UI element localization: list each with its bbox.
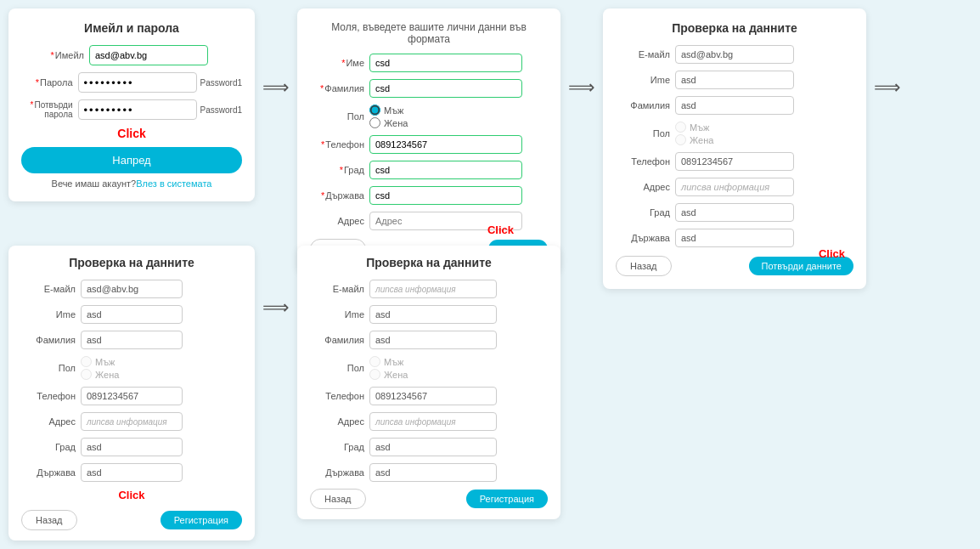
arrow-2: ⟹ — [560, 76, 603, 99]
rbm-city-label: Град — [310, 442, 369, 452]
rbm-lastname-label: Фамилия — [310, 335, 369, 345]
address-label: Адрес — [310, 216, 369, 226]
rbm-country-label: Държава — [310, 467, 369, 478]
bottom-row: Проверка на данните E-майл asd@abv.bg Иm… — [8, 246, 560, 541]
password-hint: Password1 — [200, 78, 242, 88]
rbl-city-value: asd — [81, 438, 183, 456]
gender-male-option[interactable]: Мъж — [369, 105, 408, 116]
rbl-gender-group: Мъж Жена — [81, 356, 119, 380]
rbl-gender-label: Пол — [21, 363, 81, 373]
name-label: *Име — [310, 58, 369, 68]
arrow-bottom: ⟹ — [255, 297, 297, 319]
rev-name-value: asd — [675, 71, 794, 89]
rbl-lastname-value: asd — [81, 331, 183, 349]
phone-input[interactable] — [369, 135, 522, 154]
confirm-label: *Потвърди парола — [21, 100, 78, 119]
review-bm-back-button[interactable]: Назад — [310, 489, 366, 509]
rev-gender-group: Мъж Жена — [675, 122, 713, 145]
rev-phone-value: 0891234567 — [675, 152, 794, 171]
review-bl-title: Проверка на данните — [21, 256, 242, 269]
register-button-middle[interactable]: Регистрация — [466, 490, 548, 508]
login-title: Имейл и парола — [21, 21, 242, 35]
rbm-city-value: asd — [369, 438, 497, 456]
review-top-click-label: Click — [819, 247, 845, 260]
login-panel: Имейл и парола *Имейл *Парола Password1 … — [8, 8, 255, 201]
confirm-input[interactable] — [78, 99, 197, 120]
rbl-name-value: asd — [81, 305, 183, 324]
login-link[interactable]: Влез в системата — [136, 178, 211, 189]
rev-country-label: Държава — [616, 233, 675, 243]
review-bl-click-label: Click — [21, 489, 242, 501]
review-bottom-left-panel: Проверка на данните E-майл asd@abv.bg Иm… — [8, 246, 255, 541]
already-text: Вече имаш акаунт? — [52, 178, 137, 189]
rbl-phone-value: 0891234567 — [81, 387, 183, 405]
rev-email-value: asd@abv.bg — [675, 45, 794, 64]
review-bl-back-button[interactable]: Назад — [21, 510, 77, 530]
country-label: *Държава — [310, 190, 369, 201]
rbm-email-value: липсва информация — [369, 280, 497, 298]
rev-lastname-label: Фамилия — [616, 100, 675, 110]
arrow-3: ⟹ — [866, 76, 909, 99]
rbl-address-label: Адрес — [21, 416, 81, 427]
rbm-email-label: E-майл — [310, 284, 369, 294]
rbl-address-value: липсва информация — [81, 412, 183, 431]
rbm-phone-label: Телефон — [310, 391, 369, 401]
city-input[interactable] — [369, 161, 522, 179]
name-input[interactable] — [369, 54, 522, 72]
password-input[interactable] — [78, 72, 197, 93]
rev-city-value: asd — [675, 203, 794, 222]
personal-title: Моля, въведете вашите лични данни във фо… — [310, 21, 548, 45]
gender-female-option[interactable]: Жена — [369, 117, 408, 128]
rev-email-label: E-майл — [616, 49, 675, 59]
review-top-back-button[interactable]: Назад — [616, 256, 672, 276]
rev-lastname-value: asd — [675, 96, 794, 115]
rbm-gender-label: Пол — [310, 363, 369, 373]
rev-address-value: липсва информация — [675, 178, 794, 196]
gender-group: Мъж Жена — [369, 105, 408, 128]
review-bottom-middle-panel: Проверка на данните E-майл липсва информ… — [297, 246, 560, 519]
gender-label: Пол — [310, 111, 369, 122]
rev-phone-label: Телефон — [616, 156, 675, 167]
email-label: *Имейл — [21, 50, 89, 60]
rev-city-label: Град — [616, 207, 675, 218]
confirm-hint: Password1 — [200, 105, 242, 115]
rbm-country-value: asd — [369, 463, 497, 482]
rbl-country-label: Държава — [21, 467, 81, 478]
rev-name-label: Иmе — [616, 75, 675, 85]
rev-country-value: asd — [675, 229, 794, 247]
login-click-label: Click — [21, 127, 242, 140]
review-top-title: Проверка на данните — [616, 21, 853, 35]
register-button-left[interactable]: Регистрация — [161, 511, 242, 529]
rbm-name-label: Иmе — [310, 309, 369, 320]
rbm-gender-female: Жена — [369, 369, 408, 380]
rev-gender-male: Мъж — [675, 122, 713, 133]
city-label: *Град — [310, 165, 369, 175]
rbl-name-label: Иmе — [21, 309, 81, 320]
email-input[interactable] — [89, 45, 208, 65]
lastname-input[interactable] — [369, 79, 522, 98]
rbm-phone-value: 0891234567 — [369, 387, 497, 405]
rbl-city-label: Град — [21, 442, 81, 452]
rbl-gender-female: Жена — [81, 369, 119, 380]
rev-gender-label: Пол — [616, 128, 675, 139]
rbm-address-label: Адрес — [310, 416, 369, 427]
rbl-country-value: asd — [81, 463, 183, 482]
rbm-gender-male: Мъж — [369, 356, 408, 367]
lastname-label: *Фамилия — [310, 83, 369, 93]
country-input[interactable] — [369, 186, 522, 205]
phone-label: *Телефон — [310, 139, 369, 150]
rev-address-label: Адрес — [616, 182, 675, 192]
personal-panel: Моля, въведете вашите лични данни във фо… — [297, 8, 560, 272]
rev-gender-female: Жена — [675, 134, 713, 145]
rbm-address-value: липсва информация — [369, 412, 497, 431]
rbl-lastname-label: Фамилия — [21, 335, 81, 345]
login-next-button[interactable]: Напред — [21, 147, 242, 173]
rbm-name-value: asd — [369, 305, 497, 324]
arrow-1: ⟹ — [255, 76, 297, 99]
rbl-phone-label: Телефон — [21, 391, 81, 401]
review-top-panel: Проверка на данните E-майл asd@abv.bg Иm… — [603, 8, 866, 289]
review-bm-title: Проверка на данните — [310, 256, 548, 269]
rbl-email-value: asd@abv.bg — [81, 280, 183, 298]
rbm-lastname-value: asd — [369, 331, 497, 349]
rbl-gender-male: Мъж — [81, 356, 119, 367]
